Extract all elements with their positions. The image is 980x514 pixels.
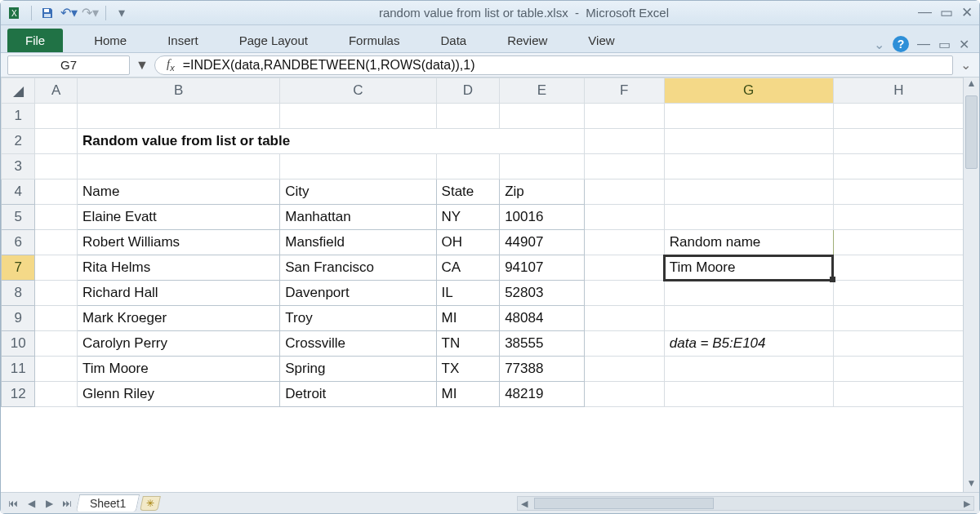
name-box-dropdown-icon[interactable]: ▼ bbox=[135, 58, 149, 73]
cell[interactable]: Carolyn Perry bbox=[78, 331, 280, 357]
cell[interactable]: San Francisco bbox=[280, 255, 436, 281]
row-header-1[interactable]: 1 bbox=[2, 104, 35, 129]
scroll-left-icon[interactable]: ◀ bbox=[518, 497, 531, 510]
col-header-E[interactable]: E bbox=[500, 78, 584, 104]
cell[interactable]: MI bbox=[436, 382, 500, 407]
col-header-C[interactable]: C bbox=[280, 78, 436, 104]
cell[interactable]: Troy bbox=[280, 306, 436, 331]
cell[interactable]: 94107 bbox=[500, 255, 584, 281]
help-icon[interactable]: ? bbox=[893, 36, 909, 52]
cell[interactable]: TX bbox=[436, 357, 500, 382]
new-sheet-icon[interactable]: ✳ bbox=[140, 496, 161, 511]
cell[interactable]: NY bbox=[436, 205, 500, 230]
row-header-9[interactable]: 9 bbox=[2, 306, 35, 331]
ribbon-tab-pagelayout[interactable]: Page Layout bbox=[223, 29, 324, 52]
cell[interactable]: Detroit bbox=[280, 382, 436, 407]
cell[interactable]: Tim Moore bbox=[78, 357, 280, 382]
sheet-nav-last-icon[interactable]: ⏭ bbox=[60, 496, 74, 511]
random-name-label[interactable]: Random name bbox=[664, 230, 833, 255]
cell[interactable]: Glenn Riley bbox=[78, 382, 280, 407]
row-header-8[interactable]: 8 bbox=[2, 281, 35, 306]
ribbon-tab-view[interactable]: View bbox=[572, 29, 630, 52]
cell[interactable]: Manhattan bbox=[280, 205, 436, 230]
scroll-up-icon[interactable]: ▲ bbox=[964, 78, 979, 92]
sheet-nav-first-icon[interactable]: ⏮ bbox=[6, 496, 20, 511]
table-header-city[interactable]: City bbox=[280, 179, 436, 205]
row-header-3[interactable]: 3 bbox=[2, 154, 35, 179]
sheet-tab-active[interactable]: Sheet1 bbox=[76, 494, 140, 512]
grid[interactable]: ◢ A B C D E F G H 1 2Random value from l… bbox=[1, 78, 963, 492]
col-header-G[interactable]: G bbox=[664, 78, 833, 104]
sheet-nav-next-icon[interactable]: ▶ bbox=[42, 496, 56, 511]
cell[interactable]: IL bbox=[436, 281, 500, 306]
workbook-minimize-icon[interactable]: — bbox=[917, 37, 930, 51]
cell[interactable]: Elaine Evatt bbox=[78, 205, 280, 230]
active-cell-G7[interactable]: Tim Moore bbox=[664, 255, 833, 281]
cell[interactable]: Rita Helms bbox=[78, 255, 280, 281]
ribbon-tab-insert[interactable]: Insert bbox=[151, 29, 215, 52]
col-header-F[interactable]: F bbox=[584, 78, 664, 104]
horizontal-scrollbar[interactable]: ◀ ▶ bbox=[517, 496, 974, 511]
cell[interactable]: Mansfield bbox=[280, 230, 436, 255]
cell[interactable]: Crossville bbox=[280, 331, 436, 357]
row-header-4[interactable]: 4 bbox=[2, 179, 35, 205]
fx-icon[interactable]: fx bbox=[155, 57, 183, 73]
cell[interactable]: OH bbox=[436, 230, 500, 255]
row-header-6[interactable]: 6 bbox=[2, 230, 35, 255]
cell[interactable]: 77388 bbox=[500, 357, 584, 382]
table-header-state[interactable]: State bbox=[436, 179, 500, 205]
sheet-nav-prev-icon[interactable]: ◀ bbox=[24, 496, 38, 511]
cell[interactable]: 48219 bbox=[500, 382, 584, 407]
cell[interactable]: 10016 bbox=[500, 205, 584, 230]
qat-customize-icon[interactable]: ▾ bbox=[114, 5, 130, 21]
col-header-D[interactable]: D bbox=[436, 78, 500, 104]
col-header-H[interactable]: H bbox=[833, 78, 963, 104]
row-header-11[interactable]: 11 bbox=[2, 357, 35, 382]
file-tab[interactable]: File bbox=[7, 29, 63, 52]
ribbon-tab-home[interactable]: Home bbox=[78, 29, 143, 52]
ribbon-tab-formulas[interactable]: Formulas bbox=[332, 29, 416, 52]
cell[interactable]: CA bbox=[436, 255, 500, 281]
scroll-thumb[interactable] bbox=[965, 95, 978, 169]
cell[interactable]: 44907 bbox=[500, 230, 584, 255]
table-header-zip[interactable]: Zip bbox=[500, 179, 584, 205]
sheet-heading[interactable]: Random value from list or table bbox=[78, 129, 585, 154]
table-header-name[interactable]: Name bbox=[78, 179, 280, 205]
cell[interactable]: Spring bbox=[280, 357, 436, 382]
workbook-close-icon[interactable]: ✕ bbox=[959, 37, 969, 52]
cell[interactable]: Davenport bbox=[280, 281, 436, 306]
minimize-icon[interactable]: — bbox=[918, 4, 932, 21]
workbook-restore-icon[interactable]: ▭ bbox=[938, 37, 951, 52]
cell[interactable]: Richard Hall bbox=[78, 281, 280, 306]
row-header-2[interactable]: 2 bbox=[2, 129, 35, 154]
row-header-12[interactable]: 12 bbox=[2, 382, 35, 407]
name-box[interactable]: G7 bbox=[7, 55, 130, 75]
cells-grid[interactable]: ◢ A B C D E F G H 1 2Random value from l… bbox=[1, 78, 963, 407]
scroll-down-icon[interactable]: ▼ bbox=[964, 477, 979, 492]
formula-bar-expand-icon[interactable]: ⌄ bbox=[958, 57, 973, 73]
hscroll-thumb[interactable] bbox=[534, 498, 714, 509]
row-header-10[interactable]: 10 bbox=[2, 331, 35, 357]
formula-input[interactable] bbox=[183, 58, 952, 73]
vertical-scrollbar[interactable]: ▲ ▼ bbox=[963, 78, 979, 492]
scroll-right-icon[interactable]: ▶ bbox=[960, 497, 973, 510]
cell[interactable]: MI bbox=[436, 306, 500, 331]
select-all-corner[interactable]: ◢ bbox=[2, 78, 35, 104]
ribbon-tab-review[interactable]: Review bbox=[491, 29, 564, 52]
cell[interactable]: 52803 bbox=[500, 281, 584, 306]
cell[interactable]: Robert Williams bbox=[78, 230, 280, 255]
cell[interactable]: TN bbox=[436, 331, 500, 357]
maximize-icon[interactable]: ▭ bbox=[940, 4, 953, 21]
named-range-note[interactable]: data = B5:E104 bbox=[664, 331, 833, 357]
row-header-7[interactable]: 7 bbox=[2, 255, 35, 281]
cell[interactable]: 48084 bbox=[500, 306, 584, 331]
redo-icon[interactable]: ↷▾ bbox=[82, 5, 98, 21]
col-header-A[interactable]: A bbox=[35, 78, 78, 104]
close-icon[interactable]: ✕ bbox=[961, 4, 973, 21]
ribbon-tab-data[interactable]: Data bbox=[424, 29, 483, 52]
row-header-5[interactable]: 5 bbox=[2, 205, 35, 230]
cell[interactable]: 38555 bbox=[500, 331, 584, 357]
ribbon-minimize-icon[interactable]: ⌄ bbox=[874, 37, 884, 52]
cell[interactable]: Mark Kroeger bbox=[78, 306, 280, 331]
save-icon[interactable] bbox=[39, 5, 56, 21]
